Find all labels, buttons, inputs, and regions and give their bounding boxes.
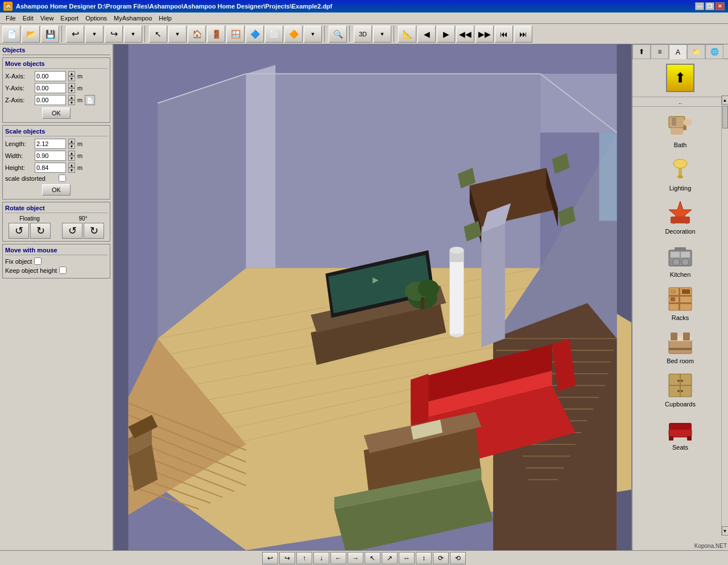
tb-nav2[interactable]: ▶ bbox=[437, 26, 455, 43]
close-button[interactable]: ✕ bbox=[715, 2, 725, 10]
tb-roof-dropdown[interactable]: ▼ bbox=[304, 26, 322, 43]
3d-view[interactable]: ▶ bbox=[114, 44, 631, 550]
tb-nav6[interactable]: ⏭ bbox=[514, 26, 532, 43]
nav-up[interactable]: ↑ bbox=[296, 552, 312, 564]
xaxis-up[interactable]: ▲ bbox=[68, 71, 75, 76]
rotate-90-left-btn[interactable]: ↺ bbox=[62, 223, 82, 239]
category-lighting[interactable]: Lighting bbox=[635, 152, 726, 194]
height-input[interactable] bbox=[35, 163, 66, 173]
zaxis-down[interactable]: ▼ bbox=[68, 100, 75, 105]
yaxis-down[interactable]: ▼ bbox=[68, 88, 75, 93]
height-down[interactable]: ▼ bbox=[68, 168, 75, 173]
nav-cw[interactable]: ⟳ bbox=[433, 552, 449, 564]
tb-nav1[interactable]: ◀ bbox=[417, 26, 436, 43]
width-input[interactable] bbox=[35, 151, 66, 161]
category-cupboards[interactable]: Cupboards bbox=[635, 368, 726, 410]
tb-3d[interactable]: 3D bbox=[354, 26, 372, 43]
nav-down[interactable]: ↓ bbox=[313, 552, 329, 564]
rotate-90-right-btn[interactable]: ↻ bbox=[84, 223, 104, 239]
right-scrollbar[interactable]: ▲ ▼ bbox=[721, 95, 728, 535]
svg-rect-91 bbox=[671, 217, 690, 223]
zaxis-up[interactable]: ▲ bbox=[68, 95, 75, 100]
menu-view[interactable]: View bbox=[37, 14, 57, 23]
tb-redo-dropdown[interactable]: ▼ bbox=[124, 26, 142, 43]
restore-button[interactable]: ❐ bbox=[705, 2, 714, 10]
up-directory-button[interactable]: ⬆ bbox=[666, 64, 694, 92]
scroll-thumb[interactable] bbox=[722, 106, 728, 128]
xaxis-input[interactable] bbox=[35, 71, 66, 81]
length-down[interactable]: ▼ bbox=[68, 144, 75, 149]
minimize-button[interactable]: — bbox=[695, 2, 704, 10]
width-down[interactable]: ▼ bbox=[68, 156, 75, 161]
svg-point-115 bbox=[677, 390, 680, 392]
menu-help[interactable]: Help bbox=[155, 14, 175, 23]
tb-save[interactable]: 💾 bbox=[41, 26, 59, 43]
tb-redo[interactable]: ↪ bbox=[105, 26, 123, 43]
nav-h-flip[interactable]: ↔ bbox=[399, 552, 415, 564]
nav-left[interactable]: ← bbox=[330, 552, 346, 564]
tb-nav3[interactable]: ◀◀ bbox=[456, 26, 474, 43]
menu-myashampoo[interactable]: MyAshampoo bbox=[110, 14, 155, 23]
width-up[interactable]: ▲ bbox=[68, 151, 75, 156]
menu-file[interactable]: File bbox=[2, 14, 19, 23]
tb-stairs[interactable]: 🔷 bbox=[246, 26, 264, 43]
tb-select-dropdown[interactable]: ▼ bbox=[168, 26, 187, 43]
nav-forward[interactable]: ↪ bbox=[279, 552, 295, 564]
rtab-globe[interactable]: 🌐 bbox=[705, 44, 723, 59]
nav-upright[interactable]: ↗ bbox=[382, 552, 398, 564]
category-bath[interactable]: Bath bbox=[635, 109, 726, 151]
category-decoration[interactable]: Decoration bbox=[635, 196, 726, 238]
scroll-up-arrow[interactable]: ▲ bbox=[722, 95, 729, 105]
category-kitchen[interactable]: Kitchen bbox=[635, 239, 726, 281]
nav-right[interactable]: → bbox=[348, 552, 363, 564]
tb-open[interactable]: 📂 bbox=[22, 26, 40, 43]
menu-options[interactable]: Options bbox=[82, 14, 110, 23]
tb-window[interactable]: 🪟 bbox=[226, 26, 245, 43]
category-bedroom[interactable]: Bed room bbox=[635, 325, 726, 367]
nav-back[interactable]: ↩ bbox=[262, 552, 278, 564]
nav-upleft[interactable]: ↖ bbox=[365, 552, 380, 564]
keep-height-row: Keep object height bbox=[5, 267, 107, 274]
category-racks[interactable]: Racks bbox=[635, 282, 726, 324]
scale-ok-button[interactable]: OK bbox=[42, 184, 71, 196]
category-seats[interactable]: Seats bbox=[635, 412, 726, 454]
tb-floor[interactable]: ⬜ bbox=[265, 26, 283, 43]
height-up[interactable]: ▲ bbox=[68, 163, 75, 168]
rtab-icons[interactable]: A bbox=[669, 44, 687, 59]
rtab-folder[interactable]: 📁 bbox=[687, 44, 705, 59]
rotate-left-btn[interactable]: ↺ bbox=[9, 223, 29, 239]
length-input[interactable] bbox=[35, 139, 66, 149]
xaxis-down[interactable]: ▼ bbox=[68, 76, 75, 81]
tb-nav5[interactable]: ⏮ bbox=[495, 26, 513, 43]
zaxis-input[interactable] bbox=[35, 95, 66, 105]
tb-3d-dropdown[interactable]: ▼ bbox=[373, 26, 391, 43]
rtab-list[interactable]: ≡ bbox=[651, 44, 669, 59]
scroll-down-arrow[interactable]: ▼ bbox=[722, 526, 729, 535]
rtab-up[interactable]: ⬆ bbox=[632, 44, 651, 59]
tb-undo[interactable]: ↩ bbox=[66, 26, 84, 43]
nav-v-flip[interactable]: ↕ bbox=[416, 552, 432, 564]
menu-edit[interactable]: Edit bbox=[19, 14, 37, 23]
scale-distorted-checkbox[interactable] bbox=[59, 175, 66, 182]
keep-height-checkbox[interactable] bbox=[59, 267, 67, 274]
svg-rect-108 bbox=[683, 333, 690, 340]
tb-roof[interactable]: 🔶 bbox=[284, 26, 303, 43]
tb-select[interactable]: ↖ bbox=[149, 26, 167, 43]
tb-search[interactable]: 🔍 bbox=[329, 26, 347, 43]
tb-nav4[interactable]: ▶▶ bbox=[475, 26, 494, 43]
kitchen-label: Kitchen bbox=[670, 271, 691, 278]
yaxis-input[interactable] bbox=[35, 83, 66, 93]
menu-export[interactable]: Export bbox=[57, 14, 82, 23]
length-up[interactable]: ▲ bbox=[68, 139, 75, 144]
nav-ccw[interactable]: ⟲ bbox=[450, 552, 466, 564]
tb-undo-dropdown[interactable]: ▼ bbox=[85, 26, 104, 43]
move-ok-button[interactable]: OK bbox=[42, 107, 71, 119]
zaxis-file[interactable]: 📄 bbox=[85, 95, 95, 105]
tb-new[interactable]: 📄 bbox=[2, 26, 20, 43]
tb-measure[interactable]: 📐 bbox=[398, 26, 416, 43]
tb-door[interactable]: 🚪 bbox=[207, 26, 225, 43]
rotate-right-btn[interactable]: ↻ bbox=[30, 223, 51, 239]
yaxis-up[interactable]: ▲ bbox=[68, 83, 75, 88]
tb-walls[interactable]: 🏠 bbox=[188, 26, 206, 43]
fix-object-checkbox[interactable] bbox=[34, 257, 42, 265]
